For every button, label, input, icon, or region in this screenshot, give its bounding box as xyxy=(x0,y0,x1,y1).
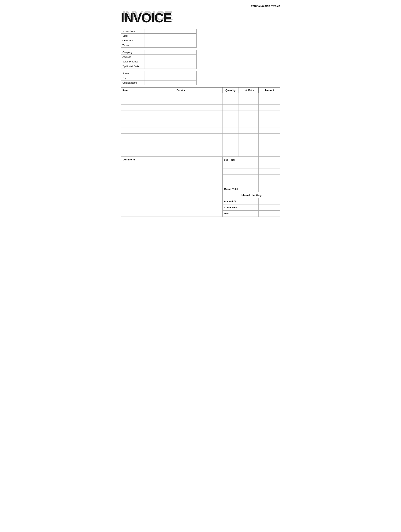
invoice-info-value[interactable] xyxy=(144,29,196,34)
company-info-row: State, Province xyxy=(121,59,197,64)
quantity-cell[interactable] xyxy=(222,110,239,116)
item-cell[interactable] xyxy=(121,93,139,99)
amount-cell[interactable] xyxy=(259,151,280,157)
item-cell[interactable] xyxy=(121,110,139,116)
details-cell[interactable] xyxy=(139,133,222,139)
item-cell[interactable] xyxy=(121,105,139,110)
unit-price-cell[interactable] xyxy=(239,110,259,116)
totals-blank-value[interactable] xyxy=(258,169,280,175)
contact-info-value[interactable] xyxy=(144,76,196,81)
quantity-cell[interactable] xyxy=(222,122,239,128)
unit-price-cell[interactable] xyxy=(239,133,259,139)
details-cell[interactable] xyxy=(139,99,222,105)
totals-blank-value[interactable] xyxy=(258,163,280,169)
quantity-cell[interactable] xyxy=(222,133,239,139)
totals-blank-value[interactable] xyxy=(258,175,280,180)
item-cell[interactable] xyxy=(121,128,139,133)
item-cell[interactable] xyxy=(121,145,139,151)
contact-info-label: Fax xyxy=(121,76,144,81)
details-cell[interactable] xyxy=(139,93,222,99)
invoice-info-label: Order Num xyxy=(121,38,144,43)
quantity-cell[interactable] xyxy=(222,151,239,157)
comments-label: Comments: xyxy=(123,158,136,161)
quantity-cell[interactable] xyxy=(222,116,239,122)
totals-blank-value[interactable] xyxy=(258,180,280,186)
item-cell[interactable] xyxy=(121,151,139,157)
amount-cell[interactable] xyxy=(259,145,280,151)
unit-price-cell[interactable] xyxy=(239,151,259,157)
unit-price-cell[interactable] xyxy=(239,105,259,110)
totals-blank-label[interactable] xyxy=(222,163,258,169)
quantity-cell[interactable] xyxy=(222,93,239,99)
invoice-info-value[interactable] xyxy=(144,43,196,48)
details-cell[interactable] xyxy=(139,145,222,151)
contact-info-row: Fax xyxy=(121,76,197,81)
grand-total-value[interactable] xyxy=(258,186,280,192)
contact-info-value[interactable] xyxy=(144,81,196,85)
details-cell[interactable] xyxy=(139,128,222,133)
details-cell[interactable] xyxy=(139,116,222,122)
amount-cell[interactable] xyxy=(259,133,280,139)
grand-total-row: Grand Total xyxy=(222,186,280,192)
company-info-value[interactable] xyxy=(144,55,196,59)
details-cell[interactable] xyxy=(139,151,222,157)
contact-info-row: Contact Name xyxy=(121,81,197,85)
company-info-value[interactable] xyxy=(144,50,196,55)
subtotal-value[interactable] xyxy=(258,157,280,163)
invoice-info-value[interactable] xyxy=(144,38,196,43)
item-cell[interactable] xyxy=(121,139,139,145)
unit-price-cell[interactable] xyxy=(239,99,259,105)
unit-price-cell[interactable] xyxy=(239,116,259,122)
amount-cell[interactable] xyxy=(259,128,280,133)
details-cell[interactable] xyxy=(139,110,222,116)
unit-price-cell[interactable] xyxy=(239,128,259,133)
company-info-row: Address xyxy=(121,55,197,59)
internal-row-value[interactable] xyxy=(258,204,280,211)
amount-cell[interactable] xyxy=(259,99,280,105)
company-info-label: Zip/Postal Code xyxy=(121,64,144,69)
internal-row-value[interactable] xyxy=(258,211,280,217)
unit-price-cell[interactable] xyxy=(239,145,259,151)
contact-info-label: Phone xyxy=(121,71,144,76)
unit-price-cell[interactable] xyxy=(239,139,259,145)
item-cell[interactable] xyxy=(121,122,139,128)
items-table: Item Details Quantity Unit Price Amount xyxy=(121,87,280,217)
item-cell[interactable] xyxy=(121,116,139,122)
quantity-cell[interactable] xyxy=(222,128,239,133)
amount-cell[interactable] xyxy=(259,93,280,99)
amount-cell[interactable] xyxy=(259,110,280,116)
quantity-cell[interactable] xyxy=(222,145,239,151)
totals-blank-label[interactable] xyxy=(222,175,258,180)
details-cell[interactable] xyxy=(139,122,222,128)
totals-blank-row xyxy=(222,175,280,180)
internal-use-header: Internal Use Only xyxy=(222,192,280,198)
quantity-cell[interactable] xyxy=(222,99,239,105)
amount-cell[interactable] xyxy=(259,122,280,128)
amount-cell[interactable] xyxy=(259,139,280,145)
quantity-cell[interactable] xyxy=(222,139,239,145)
totals-blank-label[interactable] xyxy=(222,169,258,175)
item-cell[interactable] xyxy=(121,99,139,105)
amount-cell[interactable] xyxy=(259,105,280,110)
contact-info-label: Contact Name xyxy=(121,81,144,85)
totals-blank-row xyxy=(222,169,280,175)
totals-blank-row xyxy=(222,180,280,186)
details-cell[interactable] xyxy=(139,139,222,145)
col-header-quantity: Quantity xyxy=(222,88,239,93)
quantity-cell[interactable] xyxy=(222,105,239,110)
unit-price-cell[interactable] xyxy=(239,93,259,99)
table-row xyxy=(121,105,280,110)
contact-info-row: Phone xyxy=(121,71,197,76)
invoice-info-label: Terms xyxy=(121,43,144,48)
company-info-value[interactable] xyxy=(144,64,196,69)
item-cell[interactable] xyxy=(121,133,139,139)
company-info-value[interactable] xyxy=(144,59,196,64)
company-info-row: Company xyxy=(121,50,197,55)
internal-row-value[interactable] xyxy=(258,198,280,204)
totals-blank-label[interactable] xyxy=(222,180,258,186)
details-cell[interactable] xyxy=(139,105,222,110)
amount-cell[interactable] xyxy=(259,116,280,122)
invoice-info-value[interactable] xyxy=(144,34,196,38)
contact-info-value[interactable] xyxy=(144,71,196,76)
unit-price-cell[interactable] xyxy=(239,122,259,128)
